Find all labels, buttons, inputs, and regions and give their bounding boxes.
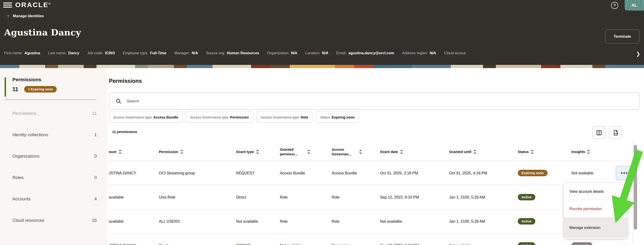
cell-granted-until: Jan 1, 2100, 5:29 AM — [449, 219, 518, 224]
table-row[interactable]: JSTINA.DANCY OCI Streaming group REQUEST… — [109, 161, 634, 185]
oracle-logo: ORACLE® — [15, 1, 50, 9]
sidebar-divider — [5, 100, 96, 100]
sort-icon[interactable] — [180, 149, 183, 154]
status-badge: Active — [518, 242, 535, 245]
search-input[interactable]: Search — [109, 92, 640, 110]
cell-access-governance: Role — [332, 195, 380, 200]
attribute-first-name: First name:Agustina — [4, 51, 40, 55]
table-row[interactable]: JSTINA.DANCY Read DIRECT Not available P… — [109, 234, 634, 245]
filter-chip-permission[interactable]: Access Governance typePermission — [186, 112, 253, 123]
sidebar-item-roles[interactable]: Roles0 — [0, 167, 107, 188]
cell-access-governance: Access Bundle — [332, 171, 380, 175]
permissions-heading: Permissions — [109, 78, 142, 84]
app-window: ORACLE® ? AL ↑ Manage Identities Agustin… — [0, 0, 644, 245]
selected-summary-card: Permissions 11 1 Expiring soon — [4, 77, 57, 92]
summary-count: 11 — [12, 86, 18, 92]
row-actions-button[interactable] — [616, 238, 632, 245]
identity-header: ORACLE® ? AL ↑ Manage Identities Agustin… — [0, 0, 644, 68]
sort-icon[interactable] — [307, 149, 310, 154]
column-header-status[interactable]: Status — [518, 149, 572, 154]
sidebar-item-cloud-resources[interactable]: Cloud resources15 — [0, 210, 107, 231]
table-row[interactable]: available Unix Role Direct Role Role Sep… — [109, 185, 634, 209]
sidebar-item-permissions[interactable]: Permissions11 — [0, 103, 107, 124]
cell-granted-until: Jan 1, 2100, 5:29 AM — [449, 195, 518, 200]
cell-grant-date: Sep 12, 2022, 8:10 PM — [380, 195, 449, 200]
attribute-address-region: Address region:N/A — [402, 51, 436, 55]
sort-icon[interactable] — [400, 149, 403, 154]
attribute-location: Location:N/A — [305, 51, 328, 55]
menu-item-view-account-details[interactable]: View account details — [564, 183, 628, 200]
sort-icon[interactable] — [359, 149, 362, 154]
column-header-granted-permission[interactable]: Granted permissi... — [280, 147, 332, 156]
filter-chip-access-bundle[interactable]: Access Governance typeAccess Bundle — [109, 112, 182, 123]
sort-icon[interactable] — [531, 149, 534, 154]
manage-columns-button[interactable] — [593, 127, 605, 139]
column-header-insights[interactable]: Insights — [572, 149, 616, 154]
export-csv-button[interactable]: CSV — [609, 127, 622, 139]
decorative-collage-strip — [0, 65, 644, 68]
column-header-access-governance[interactable]: Access Governan... — [332, 147, 380, 156]
sidebar-item-organizations[interactable]: Organizations0 — [0, 145, 107, 167]
cell-access-governance: Permission — [332, 244, 380, 245]
sidebar-item-identity-collections[interactable]: Identity collections1 — [0, 124, 107, 145]
attribute-manager: Manager:N/A — [174, 51, 198, 55]
menu-item-manage-extension[interactable]: Manage extension — [564, 217, 628, 238]
cell-permission: Unix Role — [159, 195, 236, 200]
permissions-table: JSTINA.DANCY OCI Streaming group REQUEST… — [109, 161, 634, 245]
column-header-grant-date[interactable]: Grant date — [380, 149, 449, 154]
filter-chip-role[interactable]: Access Governance typeRole — [256, 112, 312, 123]
registered-mark: ® — [48, 2, 50, 5]
identity-attributes: First name:Agustina Last name:Dancy Job … — [4, 51, 636, 58]
cell-granted-permission: Role — [280, 195, 332, 200]
svg-text:CSV: CSV — [614, 132, 618, 134]
row-actions-button[interactable] — [616, 166, 632, 180]
cell-grant-type: Direct — [236, 195, 280, 200]
hamburger-menu-icon[interactable] — [3, 2, 12, 8]
back-up-arrow-icon: ↑ — [7, 13, 9, 19]
attribute-source-org: Source org:Human Resources — [206, 51, 259, 55]
row-actions-context-menu: View account details Revoke permission M… — [564, 183, 628, 239]
csv-export-icon: CSV — [612, 130, 619, 136]
cell-account: JSTINA.DANCY — [109, 171, 159, 175]
filter-chip-row: Access Governance typeAccess Bundle Acce… — [109, 112, 359, 123]
cell-account: available — [109, 195, 159, 200]
sort-icon[interactable] — [256, 149, 259, 154]
user-avatar[interactable]: AL — [625, 0, 644, 10]
terminate-button[interactable]: Terminate — [605, 29, 640, 43]
attribute-employee-type: Employee type:Full-Time — [123, 51, 166, 55]
column-header-account[interactable]: ount — [109, 149, 159, 154]
insights-badge: Low risk — [572, 242, 592, 245]
cell-insights: Not available — [572, 171, 616, 175]
table-row[interactable]: available ALL USERS Not available Role R… — [109, 209, 634, 234]
column-header-permission[interactable]: Permission — [159, 149, 236, 154]
permissions-count-text: 11 permissions — [112, 130, 137, 134]
sort-icon[interactable] — [118, 149, 122, 154]
menu-item-revoke-permission[interactable]: Revoke permission — [564, 200, 628, 217]
vertical-scrollbar-thumb[interactable] — [634, 145, 637, 230]
status-badge: Active — [518, 194, 535, 200]
attribute-cloud-account: Cloud accour — [444, 51, 468, 55]
help-icon[interactable]: ? — [611, 2, 618, 9]
cell-grant-date: Not available — [380, 219, 449, 224]
column-header-grant-type[interactable]: Grant type — [236, 149, 280, 154]
attributes-scroll-right-chevron-icon[interactable]: ❯ — [636, 51, 640, 57]
status-badge: Expiring soon — [518, 170, 548, 176]
column-header-granted-until[interactable]: Granted until — [449, 149, 518, 154]
breadcrumb-label: Manage Identities — [13, 14, 44, 18]
access-summary-sidebar: Permissions 11 1 Expiring soon Permissio… — [0, 68, 107, 245]
permissions-panel: Permissions Search Access Governance typ… — [107, 68, 644, 245]
page-title: Agustina Dancy — [4, 27, 81, 37]
cell-granted-permission: Not available — [280, 244, 332, 245]
sort-icon[interactable] — [587, 149, 590, 154]
filter-chip-expiring-soon[interactable]: StatusExpiring soon — [316, 112, 359, 123]
cell-grant-date: Sep 12, 2022, 8:17 PM — [380, 244, 449, 245]
selected-indicator-bar — [4, 77, 6, 97]
sort-icon[interactable] — [473, 149, 476, 154]
status-badge: Active — [518, 218, 535, 225]
cell-access-governance: Role — [332, 219, 380, 224]
cell-granted-permission: Role — [280, 219, 332, 224]
attribute-last-name: Last name:Dancy — [48, 51, 79, 55]
breadcrumb[interactable]: ↑ Manage Identities — [7, 13, 44, 19]
cell-account: available — [109, 219, 159, 224]
sidebar-item-accounts[interactable]: Accounts4 — [0, 188, 107, 210]
